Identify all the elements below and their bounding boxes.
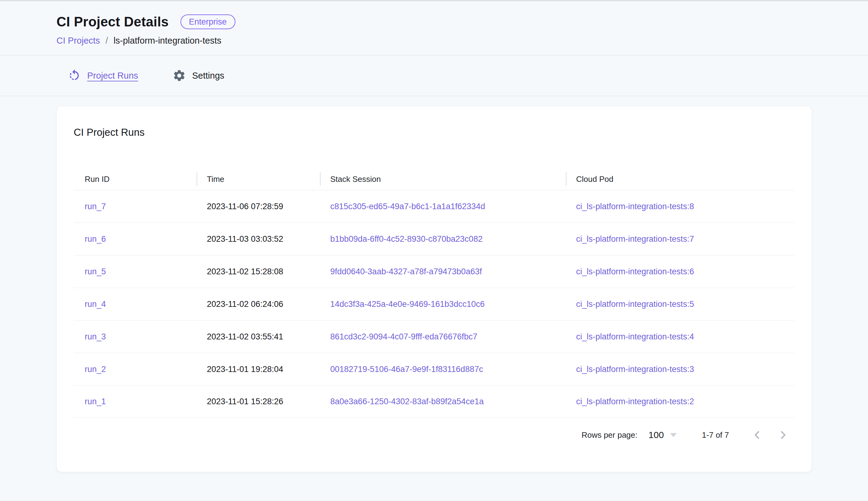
cloud-pod-link[interactable]: ci_ls-platform-integration-tests:8 [576, 202, 694, 211]
table-row: run_5 2023-11-02 15:28:08 9fdd0640-3aab-… [74, 255, 795, 288]
tab-settings-label: Settings [192, 71, 224, 81]
time-cell: 2023-11-01 15:28:26 [196, 397, 320, 406]
time-cell: 2023-11-02 03:55:41 [196, 332, 320, 342]
gear-icon [173, 69, 186, 82]
cloud-pod-link[interactable]: ci_ls-platform-integration-tests:6 [576, 267, 694, 276]
stack-session-link[interactable]: b1bb09da-6ff0-4c52-8930-c870ba23c082 [330, 234, 483, 244]
rows-per-page-label: Rows per page: [582, 430, 637, 440]
stack-session-link[interactable]: c815c305-ed65-49a7-b6c1-1a1a1f62334d [330, 202, 485, 211]
run-id-link[interactable]: run_6 [85, 234, 106, 244]
run-id-link[interactable]: run_7 [85, 202, 106, 211]
page-title: CI Project Details [56, 14, 169, 30]
pagination-range: 1-7 of 7 [702, 430, 729, 440]
cloud-pod-link[interactable]: ci_ls-platform-integration-tests:2 [576, 397, 694, 406]
column-header-stack-session: Stack Session [320, 174, 566, 184]
rows-per-page-value: 100 [649, 430, 664, 440]
page-header: CI Project Details Enterprise CI Project… [0, 1, 868, 56]
table-row: run_1 2023-11-01 15:28:26 8a0e3a66-1250-… [74, 385, 795, 418]
breadcrumb-link-ci-projects[interactable]: CI Projects [56, 36, 100, 46]
tab-settings[interactable]: Settings [173, 69, 224, 82]
pagination-bar: Rows per page: 100 1-7 of 7 [74, 426, 795, 444]
next-page-button[interactable] [774, 426, 792, 444]
table-row: run_6 2023-11-03 03:03:52 b1bb09da-6ff0-… [74, 222, 795, 255]
chevron-right-icon [778, 429, 789, 440]
breadcrumb-current: ls-platform-integration-tests [113, 36, 221, 46]
run-id-link[interactable]: run_2 [85, 365, 106, 374]
stack-session-link[interactable]: 9fdd0640-3aab-4327-a78f-a79473b0a63f [330, 267, 482, 276]
rows-per-page-select[interactable]: 100 [649, 430, 677, 440]
time-cell: 2023-11-01 19:28:04 [196, 365, 320, 374]
stack-session-link[interactable]: 861cd3c2-9094-4c07-9fff-eda76676fbc7 [330, 332, 477, 341]
tab-project-runs[interactable]: Project Runs [67, 69, 138, 82]
previous-page-button[interactable] [749, 426, 766, 444]
stack-session-link[interactable]: 8a0e3a66-1250-4302-83af-b89f2a54ce1a [330, 397, 484, 406]
table-row: run_4 2023-11-02 06:24:06 14dc3f3a-425a-… [74, 288, 795, 320]
cloud-pod-link[interactable]: ci_ls-platform-integration-tests:5 [576, 299, 694, 309]
run-id-link[interactable]: run_4 [85, 299, 106, 309]
time-cell: 2023-11-03 03:03:52 [196, 234, 320, 244]
chevron-left-icon [752, 429, 763, 440]
time-cell: 2023-11-06 07:28:59 [196, 202, 320, 211]
breadcrumb: CI Projects / ls-platform-integration-te… [56, 36, 849, 46]
breadcrumb-separator: / [106, 36, 108, 46]
run-id-link[interactable]: run_5 [85, 267, 106, 276]
runs-table: Run ID Time Stack Session Cloud Pod run_… [74, 168, 795, 418]
table-row: run_3 2023-11-02 03:55:41 861cd3c2-9094-… [74, 320, 795, 353]
tab-project-runs-label: Project Runs [87, 71, 138, 81]
table-row: run_2 2023-11-01 19:28:04 00182719-5106-… [74, 353, 795, 385]
cloud-pod-link[interactable]: ci_ls-platform-integration-tests:4 [576, 332, 694, 341]
run-id-link[interactable]: run_1 [85, 397, 106, 406]
column-header-time: Time [196, 174, 320, 184]
card-title: CI Project Runs [74, 127, 795, 138]
tab-bar: Project Runs Settings [0, 56, 868, 96]
time-cell: 2023-11-02 06:24:06 [196, 299, 320, 309]
table-body: run_7 2023-11-06 07:28:59 c815c305-ed65-… [74, 190, 795, 418]
rotate-left-icon [67, 69, 81, 82]
cloud-pod-link[interactable]: ci_ls-platform-integration-tests:7 [576, 234, 694, 244]
stack-session-link[interactable]: 14dc3f3a-425a-4e0e-9469-161b3dcc10c6 [330, 299, 485, 309]
cloud-pod-link[interactable]: ci_ls-platform-integration-tests:3 [576, 365, 694, 374]
time-cell: 2023-11-02 15:28:08 [196, 267, 320, 276]
stack-session-link[interactable]: 00182719-5106-46a7-9e9f-1f83116d887c [330, 365, 483, 374]
table-row: run_7 2023-11-06 07:28:59 c815c305-ed65-… [74, 190, 795, 222]
ci-project-runs-card: CI Project Runs Run ID Time Stack Sessio… [56, 106, 812, 472]
column-header-cloud-pod: Cloud Pod [566, 174, 795, 184]
run-id-link[interactable]: run_3 [85, 332, 106, 341]
column-header-run-id: Run ID [74, 174, 196, 184]
enterprise-badge: Enterprise [180, 14, 235, 29]
table-header-row: Run ID Time Stack Session Cloud Pod [74, 168, 795, 190]
chevron-down-icon [670, 433, 677, 437]
